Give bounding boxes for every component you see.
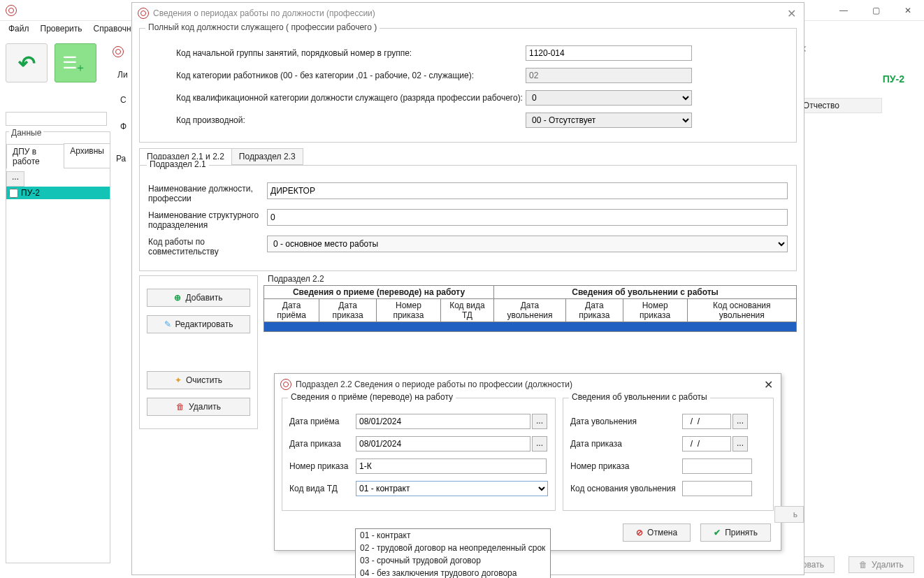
app-icon-dlg2: [280, 379, 291, 390]
input-group-code[interactable]: [526, 45, 692, 61]
selected-row[interactable]: [264, 322, 797, 332]
data-panel: Данные ДПУ в работе Архивны ... ПУ-2: [6, 131, 110, 563]
new-doc-button[interactable]: ☰＋: [55, 43, 96, 82]
fire-order-date-picker[interactable]: ...: [732, 436, 748, 451]
dialog-sub22-title: Подраздел 2.2 Сведения о периоде работы …: [296, 380, 572, 389]
label-fire-order-date: Дата приказа: [570, 439, 682, 449]
input-hire-order-date[interactable]: [356, 436, 530, 451]
th-c6: Дата приказа: [565, 299, 623, 322]
select-qual-cat[interactable]: 0: [526, 90, 692, 106]
select-combine-code[interactable]: 0 - основное место работы: [267, 236, 788, 252]
label-fire-basis: Код основания увольнения: [570, 484, 682, 493]
cancel-button-label: Отмена: [647, 528, 677, 537]
edit-button-label: Редактировать: [175, 319, 233, 329]
delete-button-bg[interactable]: 🗑 Удалить: [849, 556, 914, 573]
th-c5: Дата увольнения: [494, 299, 566, 322]
input-worker-cat: [526, 68, 692, 83]
th-c1: Дата приёма: [264, 299, 319, 322]
tab-sub-23[interactable]: Подраздел 2.3: [231, 148, 303, 165]
input-dept-name[interactable]: [267, 209, 788, 226]
fire-legend: Сведения об увольнении с работы: [569, 392, 710, 402]
label-dept-name: Наименование структурного подразделения: [148, 209, 267, 230]
close-icon-dlg2[interactable]: ✕: [761, 378, 775, 391]
maximize-button[interactable]: ▢: [860, 0, 892, 21]
input-position-name[interactable]: [267, 182, 788, 199]
dropdown-opt-02[interactable]: 02 - трудовой договор на неопределенный …: [356, 542, 550, 554]
edit-button[interactable]: ✎Редактировать: [147, 315, 250, 333]
search-input[interactable]: [6, 112, 107, 126]
label-hire-date: Дата приёма: [289, 417, 356, 426]
th-c7: Номер приказа: [623, 299, 687, 322]
input-fire-order-date[interactable]: [682, 436, 731, 451]
sec-f: Ф: [120, 122, 127, 131]
periods-table: Сведения о приеме (переводе) на работу С…: [264, 285, 797, 332]
label-position-name: Наименование должности, профессии: [148, 182, 267, 203]
delete-button-label: Удалить: [872, 560, 904, 570]
full-code-legend: Полный код должности служащего ( професс…: [145, 22, 380, 32]
minimize-button[interactable]: —: [828, 0, 860, 21]
select-td-code[interactable]: 01 - контракт: [356, 481, 548, 496]
clear-button-label: Очистить: [186, 375, 222, 385]
clear-button[interactable]: ✦Очистить: [147, 371, 250, 389]
menu-file[interactable]: Файл: [4, 22, 34, 35]
menu-check[interactable]: Проверить: [36, 22, 87, 35]
input-fire-date[interactable]: [682, 414, 731, 429]
dialog-sub22: Подраздел 2.2 Сведения о периоде работы …: [274, 373, 781, 551]
tab-archive[interactable]: Архивны: [64, 143, 110, 168]
label-fire-order-num: Номер приказа: [570, 461, 682, 471]
action-panel: ⊕Добавить ✎Редактировать ✦Очистить 🗑Удал…: [139, 275, 258, 429]
delete-button-label: Удалить: [189, 402, 221, 412]
label-fire-date: Дата увольнения: [570, 417, 682, 426]
app-icon: [6, 5, 17, 16]
tab-dpu-active[interactable]: ДПУ в работе: [6, 144, 64, 168]
browse-button[interactable]: ...: [6, 171, 24, 187]
add-button-label: Добавить: [185, 293, 222, 303]
add-button[interactable]: ⊕Добавить: [147, 289, 250, 307]
window-controls: — ▢ ✕: [828, 0, 924, 21]
subsection-tabs: Подраздел 2.1 и 2.2 Подраздел 2.3: [139, 148, 797, 165]
trash-icon: 🗑: [859, 560, 867, 570]
data-panel-legend: Данные: [9, 128, 43, 138]
label-hire-order-date: Дата приказа: [289, 439, 356, 449]
undo-button[interactable]: ↶: [6, 43, 48, 82]
cancel-button[interactable]: ⊘Отмена: [623, 523, 691, 542]
check-icon: ✔: [714, 528, 721, 537]
close-icon-dlg1[interactable]: ✕: [784, 7, 798, 20]
sec-s: С: [120, 95, 127, 105]
broom-icon: ✦: [175, 375, 182, 385]
list-item-checkbox[interactable]: [9, 189, 18, 198]
delete-button[interactable]: 🗑Удалить: [147, 398, 250, 416]
close-button[interactable]: ✕: [892, 0, 924, 21]
input-hire-order-num[interactable]: [356, 458, 547, 474]
label-td-code: Код вида ТД: [289, 484, 356, 493]
sub22-legend: Подраздел 2.2: [265, 274, 327, 284]
input-fire-order-num[interactable]: [682, 458, 752, 474]
th-c8: Код основания увольнения: [687, 299, 796, 322]
dropdown-opt-01[interactable]: 01 - контракт: [356, 529, 550, 542]
ok-button-label: Принять: [725, 528, 758, 537]
hire-order-date-picker[interactable]: ...: [532, 436, 547, 451]
fire-date-picker[interactable]: ...: [732, 414, 748, 429]
dropdown-opt-04[interactable]: 04 - без заключения трудового договора: [356, 567, 550, 578]
dropdown-opt-03[interactable]: 03 - срочный трудовой договор: [356, 554, 550, 567]
input-hire-date[interactable]: [356, 414, 530, 429]
list-item-label: ПУ-2: [21, 188, 40, 198]
label-worker-cat: Код категории работников (00 - без катег…: [176, 71, 526, 80]
th-c2: Дата приказа: [319, 299, 377, 322]
sec-li: Ли: [117, 70, 128, 80]
sub21-legend: Подраздел 2.1: [147, 159, 209, 169]
select-derivative[interactable]: 00 - Отсутствует: [526, 113, 692, 128]
ok-button[interactable]: ✔Принять: [700, 523, 771, 542]
label-combine-code: Код работы по совместительству: [148, 236, 267, 257]
dialog-periods-titlebar: Сведения о периодах работы по должности …: [132, 3, 804, 24]
hire-legend: Сведения о приёме (переводе) на работу: [288, 392, 456, 402]
hire-date-picker[interactable]: ...: [532, 414, 547, 429]
input-fire-basis[interactable]: [682, 481, 752, 496]
hidden-button-peek[interactable]: ь: [774, 506, 804, 523]
hire-group: Сведения о приёме (переводе) на работу Д…: [282, 398, 556, 511]
list-item-pu2[interactable]: ПУ-2: [6, 187, 110, 199]
td-code-dropdown[interactable]: 01 - контракт 02 - трудовой договор на н…: [355, 528, 551, 578]
dialog-periods-title: Сведения о периодах работы по должности …: [153, 8, 375, 18]
pu2-label: ПУ-2: [883, 73, 904, 85]
sec-ra: Ра: [116, 154, 126, 164]
